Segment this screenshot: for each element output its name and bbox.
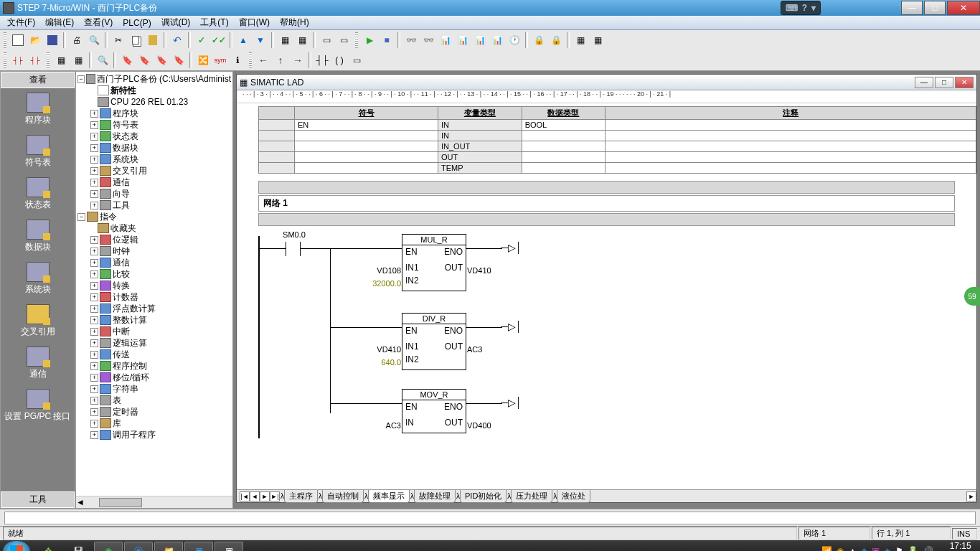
menu-view[interactable]: 查看(V) <box>80 15 117 30</box>
grid-button[interactable]: ▦ <box>573 32 588 48</box>
taskbar-item-1[interactable]: ❖ <box>34 542 62 551</box>
sym-button[interactable]: sym <box>212 52 228 68</box>
compile-button[interactable]: ✓ <box>194 32 209 48</box>
editor-minimize-button[interactable]: — <box>915 77 933 88</box>
nav-data-block[interactable]: 数据块 <box>1 215 75 258</box>
chart-button-3[interactable]: 📊 <box>472 32 488 48</box>
tab-freq[interactable]: 频率显示 <box>368 490 410 503</box>
taskbar-item-2[interactable]: 🎞 <box>64 542 93 551</box>
project-tree[interactable]: −西门子PLC备份 (C:\Users\Administ 新特性 CPU 226… <box>75 71 233 509</box>
bookmark-button-2[interactable]: 🔖 <box>136 52 152 68</box>
menu-tools[interactable]: 工具(T) <box>196 15 232 30</box>
start-button[interactable] <box>3 541 30 551</box>
tab-nav-next[interactable]: ► <box>260 491 270 501</box>
tree-scrollbar[interactable]: ◄ <box>76 496 232 508</box>
tray-icon-1[interactable]: ◉ <box>837 546 844 551</box>
block-div-r[interactable]: DIV_R ENENO IN1OUT IN2 VD410 640.0 AC3 <box>402 313 466 370</box>
tray-icon-2[interactable]: ▲ <box>848 546 857 551</box>
bluetooth-icon[interactable]: ∗ <box>884 546 891 551</box>
tab-nav-first[interactable]: |◄ <box>240 491 250 501</box>
menu-edit[interactable]: 编辑(E) <box>41 15 78 30</box>
menu-debug[interactable]: 调试(D) <box>157 15 195 30</box>
tab-main[interactable]: 主程序 <box>284 490 318 503</box>
monitor-button-1[interactable]: 👓 <box>403 32 419 48</box>
comment-button[interactable]: ▦ <box>70 52 86 68</box>
bookmark-button-3[interactable]: 🔖 <box>154 52 169 68</box>
taskbar-item-explorer[interactable]: 📁 <box>154 542 183 551</box>
network-title[interactable]: 网络 1 <box>258 195 955 212</box>
tab-nav-prev[interactable]: ◄ <box>250 491 260 501</box>
nav-comm[interactable]: 通信 <box>1 342 75 385</box>
undo-button[interactable]: ↶ <box>169 32 185 48</box>
monitor-button-2[interactable]: 👓 <box>420 32 436 48</box>
save-button[interactable] <box>44 32 60 48</box>
zoom-button[interactable]: 🔍 <box>95 52 110 68</box>
output-track[interactable] <box>4 512 976 524</box>
block-mul-r[interactable]: MUL_R ENENO IN1OUT IN2 VD108 32000.0 VD4… <box>402 234 466 291</box>
editor-close-button[interactable]: ✕ <box>955 77 974 88</box>
volume-icon[interactable]: 🔊 <box>923 546 933 551</box>
lock-button-1[interactable]: 🔒 <box>531 32 547 48</box>
editor-maximize-button[interactable]: □ <box>935 77 953 88</box>
menu-plc[interactable]: PLC(P) <box>118 17 155 29</box>
download-button[interactable]: ▼ <box>253 32 268 48</box>
nav-status-table[interactable]: 状态表 <box>1 173 75 215</box>
nav-cross-ref[interactable]: 交叉引用 <box>1 300 75 342</box>
minimize-button[interactable]: — <box>901 1 923 15</box>
chart-button-4[interactable]: 📊 <box>489 32 505 48</box>
tab-nav-last[interactable]: ►| <box>270 491 280 501</box>
taskbar-item-step7[interactable]: ▣ <box>215 542 243 551</box>
bookmark-button-4[interactable]: 🔖 <box>171 52 187 68</box>
nav-symbol-table[interactable]: 符号表 <box>1 131 75 173</box>
hscroll-right[interactable]: ► <box>966 491 976 501</box>
nav-pgpc[interactable]: 设置 PG/PC 接口 <box>1 385 75 427</box>
chart-button-2[interactable]: 📊 <box>455 32 471 48</box>
flag-icon[interactable]: ⚑ <box>895 546 903 551</box>
contact-sm00[interactable]: SM0.0 <box>258 240 330 258</box>
nav-right-button[interactable]: → <box>290 52 306 68</box>
toggle-button-2[interactable]: ▭ <box>336 32 352 48</box>
tab-pid[interactable]: PID初始化 <box>460 490 507 503</box>
system-tray[interactable]: 📶 ◉ ▲ ◈ ▣ ∗ ⚑ 🔋 🔊 17:15 2015/1/6 <box>821 542 977 551</box>
help-pill[interactable]: ⌨?▾ <box>781 1 821 15</box>
taskbar-item-ie[interactable]: ⓔ <box>124 542 153 551</box>
tab-fault[interactable]: 故障处理 <box>414 490 456 503</box>
preview-button[interactable]: 🔍 <box>86 32 102 48</box>
tab-pressure[interactable]: 压力处理 <box>511 490 552 503</box>
nav-up-button[interactable]: ↑ <box>273 52 288 68</box>
cut-button[interactable]: ✂ <box>110 32 126 48</box>
grid-button-2[interactable]: ▦ <box>590 32 606 48</box>
print-button[interactable]: 🖨 <box>69 32 85 48</box>
lock-button-2[interactable]: 🔒 <box>548 32 564 48</box>
side-badge[interactable]: 59 <box>964 287 980 306</box>
upload-button[interactable]: ▲ <box>235 32 251 48</box>
symbol-table[interactable]: 符号变量类型数据类型注释 ENINBOOL IN IN_OUT OUT TEMP <box>258 106 976 174</box>
switch-button[interactable]: 🔀 <box>195 52 211 68</box>
tray-icon-3[interactable]: ◈ <box>861 546 867 551</box>
chart-button-1[interactable]: 📊 <box>438 32 453 48</box>
info-button[interactable]: ℹ <box>230 52 245 68</box>
nav-program-block[interactable]: 程序块 <box>1 88 75 131</box>
time-button[interactable]: 🕐 <box>507 32 522 48</box>
box-button[interactable]: ▭ <box>349 52 364 68</box>
close-button[interactable]: ✕ <box>947 1 980 15</box>
menu-help[interactable]: 帮助(H) <box>275 15 314 30</box>
bookmark-button-1[interactable]: 🔖 <box>119 52 135 68</box>
block-mov-r[interactable]: MOV_R ENENO INOUT AC3 VD400 <box>402 389 466 433</box>
run-button[interactable]: ▶ <box>362 32 377 48</box>
view-lad-button[interactable]: ┤├ <box>10 52 26 68</box>
nav-footer[interactable]: 工具 <box>1 491 75 508</box>
copy-button[interactable] <box>128 32 143 48</box>
ladder-editor[interactable]: 网络 1 SM0.0 <box>237 179 976 489</box>
compile-all-button[interactable]: ✓✓ <box>211 32 227 48</box>
coil-button[interactable]: ( ) <box>331 52 347 68</box>
open-button[interactable]: 📂 <box>27 32 43 48</box>
tab-auto[interactable]: 自动控制 <box>322 490 364 503</box>
taskbar-item-app1[interactable]: ▣ <box>184 542 213 551</box>
nav-left-button[interactable]: ← <box>255 52 271 68</box>
toggle-button-1[interactable]: ▭ <box>319 32 334 48</box>
wifi-icon[interactable]: 📶 <box>821 546 832 551</box>
contact-button[interactable]: ┤├ <box>314 52 330 68</box>
new-button[interactable] <box>10 32 26 48</box>
paste-button[interactable] <box>145 32 161 48</box>
